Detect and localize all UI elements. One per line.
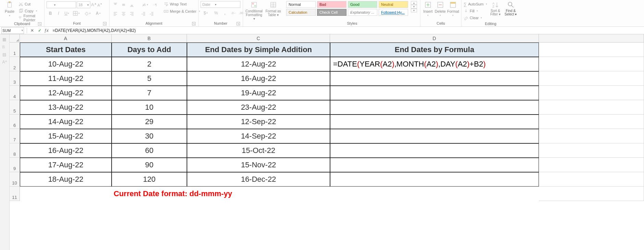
cell-rest[interactable] xyxy=(539,187,644,201)
cut-button[interactable]: Cut xyxy=(18,1,42,7)
cell-A10[interactable]: 18-Aug-22 xyxy=(20,172,112,187)
cell-rest[interactable] xyxy=(539,43,644,57)
style-bad[interactable]: Bad xyxy=(317,1,346,8)
autosum-button[interactable]: ∑AutoSum▾ xyxy=(464,1,487,7)
format-cells-button[interactable]: Format▾ xyxy=(447,1,459,17)
number-format-combo[interactable]: Date xyxy=(201,1,240,8)
wrap-text-button[interactable]: Wrap Text xyxy=(164,1,201,7)
cell-rest[interactable] xyxy=(539,100,644,115)
cell-rest[interactable] xyxy=(539,71,644,86)
worksheet[interactable]: A B C D 1 Start Dates Days to Add End Da… xyxy=(10,34,644,250)
cell-B9[interactable]: 90 xyxy=(112,158,187,172)
style-followed-hyperlink[interactable]: Followed Hy... xyxy=(379,9,408,16)
row-header[interactable]: 6 xyxy=(10,115,20,129)
align-top-button[interactable] xyxy=(112,1,119,9)
row-header[interactable]: 9 xyxy=(10,158,20,172)
cell-A5[interactable]: 13-Aug-22 xyxy=(20,100,112,115)
increase-indent-button[interactable] xyxy=(148,10,155,17)
font-color-button[interactable]: A xyxy=(93,10,103,17)
cell-A11[interactable] xyxy=(20,187,112,201)
cell-B10[interactable]: 120 xyxy=(112,172,187,187)
style-good[interactable]: Good xyxy=(348,1,377,8)
col-header-rest[interactable] xyxy=(539,34,644,42)
fill-button[interactable]: Fill▾ xyxy=(464,8,487,14)
decrease-indent-button[interactable] xyxy=(140,10,147,17)
cell-A7[interactable]: 15-Aug-22 xyxy=(20,129,112,143)
fx-label[interactable]: ƒx xyxy=(44,28,49,33)
format-as-table-button[interactable]: Format asTable ▾ xyxy=(264,1,282,17)
cell-C7[interactable]: 14-Sep-22 xyxy=(187,129,330,143)
cell-D1[interactable]: End Dates by Formula xyxy=(330,43,539,57)
style-neutral[interactable]: Neutral xyxy=(379,1,408,8)
cell-D2[interactable]: =DATE(YEAR(A2),MONTH(A2),DAY(A2)+B2) xyxy=(330,57,539,71)
styles-scroll[interactable]: ▴▾▾ xyxy=(411,1,417,12)
sort-filter-button[interactable]: AZ Sort &Filter ▾ xyxy=(489,1,503,16)
shrink-font-button[interactable]: A▼ xyxy=(98,3,102,7)
find-select-button[interactable]: Find &Select ▾ xyxy=(504,1,518,16)
row-header[interactable]: 5 xyxy=(10,100,20,115)
cell-rest[interactable] xyxy=(539,172,644,187)
col-header-D[interactable]: D xyxy=(330,34,539,42)
col-header-C[interactable]: C xyxy=(187,34,330,42)
cell-C3[interactable]: 16-Aug-22 xyxy=(187,71,330,86)
cell-A2[interactable]: 10-Aug-22 xyxy=(20,57,112,71)
font-size-combo[interactable]: 18 xyxy=(77,1,90,8)
cell-A1[interactable]: Start Dates xyxy=(20,43,112,57)
cell-rest[interactable] xyxy=(539,115,644,129)
cell-B4[interactable]: 7 xyxy=(112,86,187,100)
fill-color-button[interactable] xyxy=(82,10,92,17)
cell-D7[interactable] xyxy=(330,129,539,143)
col-header-B[interactable]: B xyxy=(112,34,187,42)
cell-rest[interactable] xyxy=(539,129,644,143)
cell-A3[interactable]: 11-Aug-22 xyxy=(20,71,112,86)
cell-C1[interactable]: End Dates by Simple Addition xyxy=(187,43,330,57)
number-dialog-launcher[interactable] xyxy=(237,22,240,25)
grow-font-button[interactable]: A▲ xyxy=(91,2,97,7)
select-all-corner[interactable] xyxy=(10,34,20,42)
percent-button[interactable]: % xyxy=(212,9,220,17)
style-calculation[interactable]: Calculation xyxy=(286,9,316,16)
row-header[interactable]: 8 xyxy=(10,143,20,158)
font-name-combo[interactable] xyxy=(47,1,76,8)
cell-rest[interactable] xyxy=(539,143,644,158)
align-center-button[interactable] xyxy=(120,10,127,17)
cell-D8[interactable] xyxy=(330,143,539,158)
cell-C4[interactable]: 19-Aug-22 xyxy=(187,86,330,100)
col-header-A[interactable]: A xyxy=(20,34,112,42)
align-middle-button[interactable] xyxy=(120,1,127,9)
bold-button[interactable]: B xyxy=(47,10,54,17)
cell-C10[interactable]: 16-Dec-22 xyxy=(187,172,330,187)
underline-button[interactable]: U▾ xyxy=(63,10,71,17)
font-dialog-launcher[interactable] xyxy=(103,22,106,25)
style-check-cell[interactable]: Check Cell xyxy=(317,9,346,16)
cell-B7[interactable]: 30 xyxy=(112,129,187,143)
insert-cells-button[interactable]: Insert▾ xyxy=(422,1,433,17)
borders-button[interactable] xyxy=(71,10,81,17)
row-header[interactable]: 11 xyxy=(10,187,20,201)
alignment-dialog-launcher[interactable] xyxy=(192,22,195,25)
name-box[interactable]: SUM xyxy=(1,27,24,34)
italic-button[interactable]: I xyxy=(55,10,62,17)
cell-D4[interactable] xyxy=(330,86,539,100)
row-header[interactable]: 10 xyxy=(10,172,20,187)
cell-C9[interactable]: 15-Nov-22 xyxy=(187,158,330,172)
cell-D3[interactable] xyxy=(330,71,539,86)
accounting-button[interactable]: $ xyxy=(201,9,211,17)
align-bottom-button[interactable] xyxy=(128,1,136,9)
cancel-formula-button[interactable]: ✕ xyxy=(28,27,36,34)
cell-C2[interactable]: 12-Aug-22 xyxy=(187,57,330,71)
ltr-button[interactable]: →¶ xyxy=(151,1,158,9)
cell-A6[interactable]: 14-Aug-22 xyxy=(20,115,112,129)
cell-B5[interactable]: 10 xyxy=(112,100,187,115)
cell-D6[interactable] xyxy=(330,115,539,129)
cell-A8[interactable]: 16-Aug-22 xyxy=(20,143,112,158)
cell-C6[interactable]: 12-Sep-22 xyxy=(187,115,330,129)
delete-cells-button[interactable]: Delete▾ xyxy=(435,1,446,17)
cell-B6[interactable]: 29 xyxy=(112,115,187,129)
cell-D5[interactable] xyxy=(330,100,539,115)
merge-center-button[interactable]: Merge & Center▾ xyxy=(164,8,201,14)
align-right-button[interactable] xyxy=(128,10,136,17)
format-painter-button[interactable]: Format Painter xyxy=(18,15,42,21)
row-header[interactable]: 2 xyxy=(10,57,20,71)
copy-button[interactable]: Copy▾ xyxy=(18,8,42,14)
